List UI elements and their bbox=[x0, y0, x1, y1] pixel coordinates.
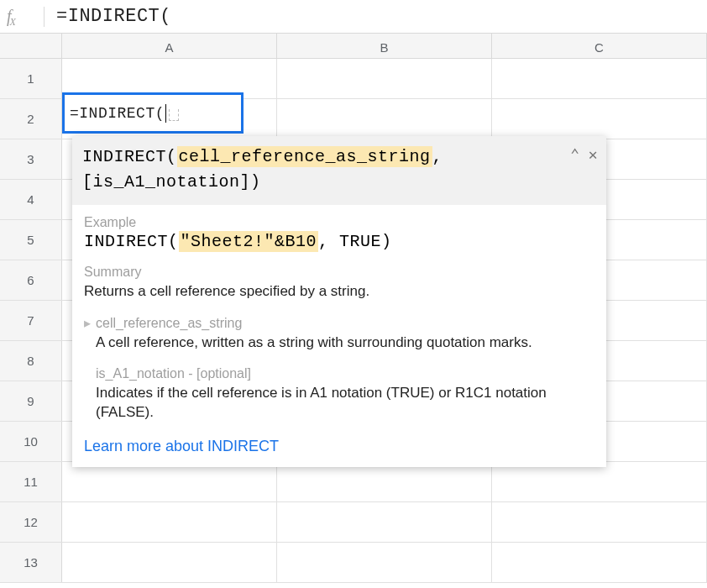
row-header[interactable]: 11 bbox=[0, 462, 62, 501]
row-header[interactable]: 7 bbox=[0, 301, 62, 340]
summary-label: Summary bbox=[84, 265, 594, 280]
row-header[interactable]: 4 bbox=[0, 180, 62, 219]
row-header[interactable]: 6 bbox=[0, 260, 62, 300]
cell[interactable] bbox=[492, 543, 707, 582]
formula-help-tooltip: INDIRECT(cell_reference_as_string, [is_A… bbox=[72, 136, 606, 467]
cell[interactable] bbox=[277, 99, 492, 139]
cell[interactable] bbox=[492, 502, 707, 542]
formula-bar: fX bbox=[0, 0, 707, 34]
cell[interactable] bbox=[277, 543, 492, 582]
param2-desc: Indicates if the cell reference is in A1… bbox=[96, 383, 594, 423]
close-icon[interactable]: ✕ bbox=[589, 144, 598, 167]
row-header[interactable]: 5 bbox=[0, 220, 62, 260]
chevron-up-icon[interactable]: ⌃ bbox=[570, 144, 579, 167]
summary-text: Returns a cell reference specified by a … bbox=[84, 281, 594, 302]
cell[interactable] bbox=[277, 502, 492, 542]
fx-icon: fX bbox=[7, 7, 40, 26]
tooltip-signature: INDIRECT(cell_reference_as_string, [is_A… bbox=[72, 136, 606, 205]
cell[interactable] bbox=[277, 462, 492, 501]
spreadsheet-grid: A B C 1 2 3 4 5 6 7 8 9 10 11 12 13 =IND… bbox=[0, 34, 707, 583]
cell[interactable] bbox=[62, 543, 277, 582]
column-header-b[interactable]: B bbox=[277, 34, 492, 58]
example-code: INDIRECT("Sheet2!"&B10, TRUE) bbox=[84, 232, 594, 251]
cell[interactable] bbox=[492, 99, 707, 139]
tooltip-arg1: cell_reference_as_string bbox=[177, 146, 432, 167]
row-header[interactable]: 13 bbox=[0, 543, 62, 582]
row-header[interactable]: 8 bbox=[0, 341, 62, 381]
example-label: Example bbox=[84, 215, 594, 230]
cell[interactable] bbox=[62, 462, 277, 501]
text-cursor bbox=[165, 104, 166, 123]
cell[interactable] bbox=[492, 59, 707, 98]
param1-desc: A cell reference, written as a string wi… bbox=[96, 333, 594, 353]
corner-cell[interactable] bbox=[0, 34, 62, 58]
row-header[interactable]: 10 bbox=[0, 422, 62, 461]
row-header[interactable]: 9 bbox=[0, 381, 62, 421]
param2-name: is_A1_notation - [optional] bbox=[96, 366, 594, 381]
active-cell-text: =INDIRECT( bbox=[70, 105, 165, 122]
fx-divider bbox=[44, 7, 45, 27]
tooltip-body: Example INDIRECT("Sheet2!"&B10, TRUE) Su… bbox=[72, 205, 606, 467]
column-headers: A B C bbox=[0, 34, 707, 59]
cell[interactable] bbox=[62, 502, 277, 542]
row-header[interactable]: 1 bbox=[0, 59, 62, 98]
range-indicator-icon bbox=[169, 109, 179, 121]
column-header-a[interactable]: A bbox=[62, 34, 277, 58]
cell[interactable] bbox=[492, 462, 707, 501]
row-header[interactable]: 3 bbox=[0, 139, 62, 179]
triangle-right-icon: ▸ bbox=[84, 315, 92, 331]
formula-input[interactable] bbox=[56, 6, 700, 27]
row-header[interactable]: 12 bbox=[0, 502, 62, 542]
learn-more-link[interactable]: Learn more about INDIRECT bbox=[84, 438, 594, 455]
tooltip-func-name: INDIRECT bbox=[82, 147, 166, 166]
param1-name: ▸cell_reference_as_string bbox=[96, 315, 594, 331]
row-header[interactable]: 2 bbox=[0, 99, 62, 139]
tooltip-arg2: [is_A1_notation] bbox=[82, 172, 250, 192]
cell[interactable] bbox=[277, 59, 492, 98]
active-cell-a1[interactable]: =INDIRECT( bbox=[62, 92, 244, 134]
column-header-c[interactable]: C bbox=[492, 34, 707, 58]
